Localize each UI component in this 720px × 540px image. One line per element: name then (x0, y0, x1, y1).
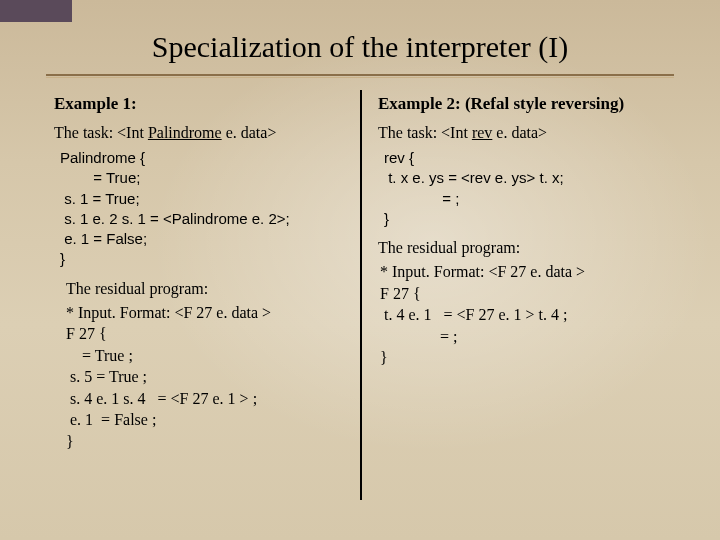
code-palindrome: Palindrome { = True; s. 1 = True; s. 1 e… (60, 148, 346, 270)
title-divider (46, 74, 674, 78)
task1-suffix: e. data> (222, 124, 277, 141)
residual-heading-2: The residual program: (378, 239, 676, 257)
task2-prefix: The task: <Int (378, 124, 472, 141)
task2-name: rev (472, 124, 492, 141)
heading-example-1: Example 1: (54, 94, 346, 114)
task1-prefix: The task: <Int (54, 124, 148, 141)
residual-program-1: * Input. Format: <F 27 e. data > F 27 { … (66, 302, 346, 453)
residual-heading-1: The residual program: (66, 280, 346, 298)
slide-container: Specialization of the interpreter (I) Ex… (0, 0, 720, 540)
task2-suffix: e. data> (492, 124, 547, 141)
col-example-2: Example 2: (Refal style reversing) The t… (362, 88, 676, 500)
code-rev: rev { t. x e. ys = <rev e. ys> t. x; = ;… (384, 148, 676, 229)
slide-title: Specialization of the interpreter (I) (46, 30, 674, 64)
col-example-1: Example 1: The task: <Int Palindrome e. … (46, 88, 360, 500)
corner-decoration (0, 0, 72, 22)
task-example-2: The task: <Int rev e. data> (378, 124, 676, 142)
task1-name: Palindrome (148, 124, 222, 141)
residual-program-2: * Input. Format: <F 27 e. data > F 27 { … (380, 261, 676, 369)
heading-example-2: Example 2: (Refal style reversing) (378, 94, 676, 114)
task-example-1: The task: <Int Palindrome e. data> (54, 124, 346, 142)
content-columns: Example 1: The task: <Int Palindrome e. … (46, 88, 674, 500)
